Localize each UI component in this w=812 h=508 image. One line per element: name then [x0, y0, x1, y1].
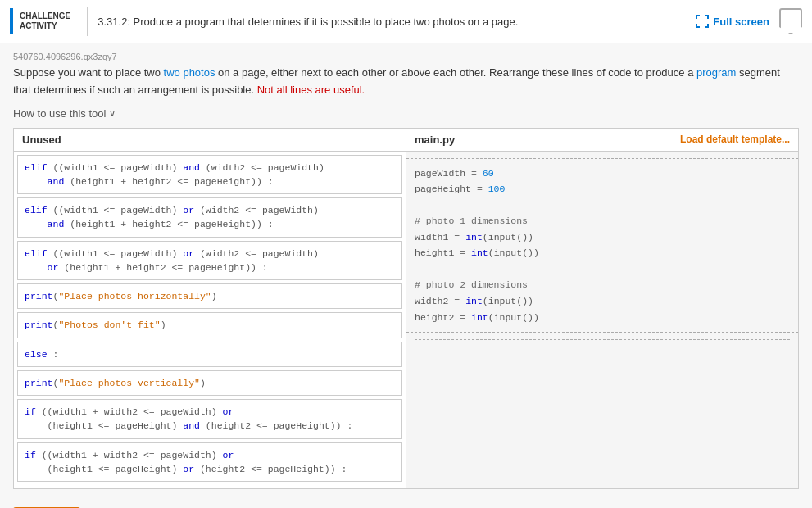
header: CHALLENGE ACTIVITY 3.31.2: Produce a pro…	[0, 0, 812, 43]
code-items-list: elif ((width1 <= pageWidth) and (width2 …	[14, 152, 406, 489]
panels-container: Unused elif ((width1 <= pageWidth) and (…	[13, 128, 799, 490]
list-item[interactable]: elif ((width1 <= pageWidth) or (width2 <…	[17, 197, 402, 238]
code-panel-header: main.py Load default template...	[406, 129, 798, 152]
list-item[interactable]: print("Place photos horizontally")	[17, 283, 402, 309]
challenge-badge: CHALLENGE ACTIVITY	[10, 8, 77, 34]
how-to-label: How to use this tool	[13, 107, 106, 120]
list-item[interactable]: else :	[17, 342, 402, 367]
list-item[interactable]: elif ((width1 <= pageWidth) and (width2 …	[17, 155, 402, 195]
fullscreen-label: Full screen	[713, 16, 769, 28]
unused-panel: Unused elif ((width1 <= pageWidth) and (…	[13, 128, 406, 490]
code-panel-title: main.py	[415, 134, 455, 146]
content-area: 540760.4096296.qx3zqy7 Suppose you want …	[0, 43, 812, 497]
code-area: pageWidth = 60 pageHeight = 100 # photo …	[406, 158, 798, 333]
badge-line1: CHALLENGE	[20, 11, 70, 20]
badge-line2: ACTIVITY	[20, 21, 57, 30]
highlight-photos: two photos	[164, 66, 215, 79]
list-item[interactable]: if ((width1 + width2 <= pageWidth) or (h…	[17, 399, 402, 439]
how-to-section[interactable]: How to use this tool ∨	[13, 107, 799, 120]
fullscreen-icon	[696, 15, 709, 28]
header-title: 3.31.2: Produce a program that determine…	[98, 16, 696, 28]
description: Suppose you want to place two two photos…	[13, 65, 799, 99]
list-item[interactable]: if ((width1 + width2 <= pageWidth) or (h…	[17, 442, 402, 483]
chevron-down-icon: ∨	[109, 108, 116, 119]
task-id: 540760.4096296.qx3zqy7	[13, 52, 799, 61]
fullscreen-button[interactable]: Full screen	[696, 15, 769, 28]
load-default-button[interactable]: Load default template...	[680, 134, 790, 145]
shield-icon	[779, 8, 802, 34]
highlight-program: program	[696, 66, 736, 79]
code-panel: main.py Load default template... pageWid…	[406, 128, 799, 490]
highlight-not-useful: Not all lines are useful.	[254, 84, 365, 96]
drop-zone[interactable]	[415, 339, 790, 405]
unused-panel-header: Unused	[14, 129, 406, 152]
list-item[interactable]: print("Place photos vertically")	[17, 370, 402, 396]
header-divider	[87, 7, 88, 36]
footer: Check	[0, 497, 812, 508]
list-item[interactable]: elif ((width1 <= pageWidth) or (width2 <…	[17, 241, 402, 281]
list-item[interactable]: print("Photos don't fit")	[17, 312, 402, 338]
